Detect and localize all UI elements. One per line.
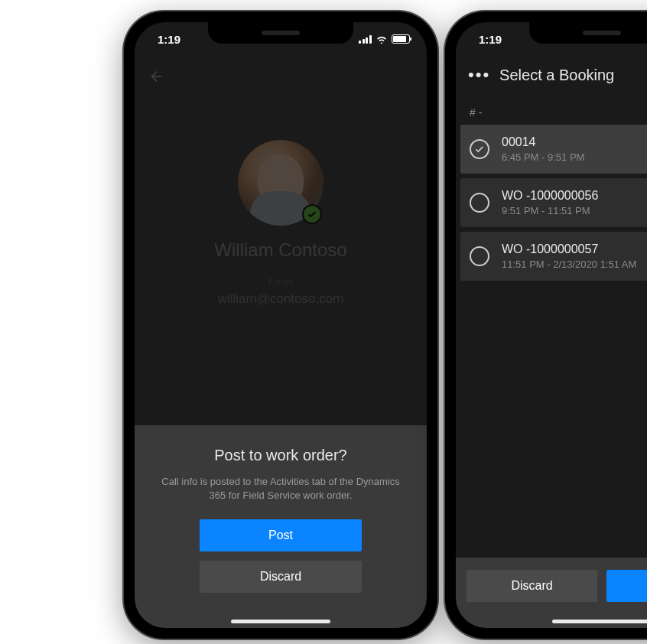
post-button[interactable]: Post: [200, 519, 362, 551]
booking-item[interactable]: WO -1000000057 11:51 PM - 2/13/2020 1:51…: [460, 232, 647, 281]
back-icon[interactable]: [148, 68, 165, 88]
avatar-container: [238, 140, 324, 226]
status-time: 1:19: [158, 33, 180, 46]
booking-list: 00014 6:45 PM - 9:51 PM WO -1000000056 9…: [456, 125, 647, 281]
radio-checked-icon[interactable]: [470, 139, 489, 159]
booking-title: WO -1000000057: [502, 242, 636, 256]
signal-icon: [359, 35, 372, 44]
radio-icon[interactable]: [470, 246, 489, 266]
screen-left: 1:19 William Contoso Email william@conto…: [135, 22, 427, 628]
sheet-description: Call info is posted to the Activities ta…: [156, 475, 405, 503]
screen-right: 1:19 ••• Select a Booking # - 00014 6:45…: [456, 22, 647, 628]
battery-icon: [392, 34, 410, 44]
home-indicator[interactable]: [231, 620, 330, 623]
post-button[interactable]: Post: [606, 570, 647, 602]
booking-item[interactable]: 00014 6:45 PM - 9:51 PM: [460, 125, 647, 174]
discard-button[interactable]: Discard: [200, 561, 362, 593]
home-indicator[interactable]: [552, 620, 647, 623]
booking-time: 6:45 PM - 9:51 PM: [502, 151, 584, 163]
radio-icon[interactable]: [470, 193, 489, 213]
dimmed-background: William Contoso Email william@contoso.co…: [135, 56, 427, 454]
sheet-title: Post to work order?: [150, 447, 411, 464]
notch: [529, 22, 647, 44]
booking-title: WO -1000000056: [502, 189, 598, 203]
wifi-icon: [376, 33, 388, 46]
booking-title: 00014: [502, 135, 584, 149]
nav-header: ••• Select a Booking: [456, 56, 647, 94]
email-label: Email: [135, 276, 427, 288]
status-icons: [359, 33, 410, 46]
bottom-bar: Discard Post: [456, 558, 647, 628]
status-time: 1:19: [479, 33, 502, 46]
phone-left: 1:19 William Contoso Email william@conto…: [124, 11, 437, 639]
presence-badge-icon: [302, 204, 322, 224]
action-sheet: Post to work order? Call info is posted …: [135, 425, 427, 628]
notch: [208, 22, 353, 44]
booking-item[interactable]: WO -1000000056 9:51 PM - 11:51 PM: [460, 178, 647, 227]
phone-right: 1:19 ••• Select a Booking # - 00014 6:45…: [445, 11, 647, 639]
email-value: william@contoso.com: [135, 291, 427, 307]
nav-title: Select a Booking: [499, 67, 614, 84]
section-label: # -: [456, 94, 647, 125]
booking-time: 11:51 PM - 2/13/2020 1:51 AM: [502, 259, 636, 270]
booking-time: 9:51 PM - 11:51 PM: [502, 205, 598, 216]
discard-button[interactable]: Discard: [467, 570, 597, 602]
contact-name: William Contoso: [135, 239, 427, 261]
more-icon[interactable]: •••: [468, 65, 490, 85]
